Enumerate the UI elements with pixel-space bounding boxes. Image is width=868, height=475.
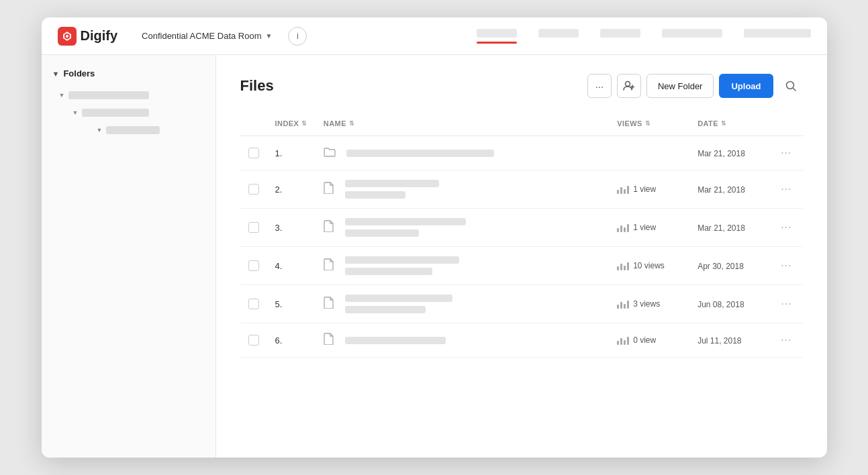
table-header: INDEX ⇅ NAME ⇅ VIEWS: [240, 114, 803, 136]
th-views[interactable]: VIEWS ⇅: [609, 114, 689, 136]
file-date: Apr 30, 2018: [697, 262, 744, 271]
project-selector[interactable]: Confidential ACME Data Room ▼: [136, 28, 277, 44]
digify-logo-icon: [58, 27, 77, 46]
svg-point-3: [625, 82, 630, 87]
tree-item-1-label: [68, 91, 149, 99]
nav-item-2[interactable]: [538, 29, 579, 44]
search-button[interactable]: [779, 74, 803, 98]
table-row: 1. Mar 21, 2018···: [240, 136, 803, 170]
more-options-icon: ···: [595, 81, 604, 92]
date-sort-icon: ⇅: [721, 120, 726, 127]
main-layout: ▼ Folders ▼ ▼ ▼: [42, 55, 827, 458]
project-name: Confidential ACME Data Room: [142, 31, 261, 41]
header-actions: ··· New Folder Upload: [587, 74, 803, 98]
nav-active-indicator: [477, 42, 517, 44]
views-count: 0 view: [633, 335, 656, 345]
file-name-cell[interactable]: [324, 180, 601, 199]
name-sort[interactable]: NAME ⇅: [324, 119, 355, 127]
row-checkbox[interactable]: [248, 222, 259, 233]
content-header: Files ··· New Folder Upload: [240, 74, 803, 98]
views-chart-icon: [617, 223, 629, 232]
row-checkbox[interactable]: [248, 260, 259, 271]
row-more-button[interactable]: ···: [778, 146, 794, 160]
table-body: 1. Mar 21, 2018···2. 1 viewMar 21, 2018·…: [240, 136, 803, 358]
file-name-cell[interactable]: [324, 218, 601, 237]
th-index[interactable]: INDEX ⇅: [267, 114, 316, 136]
tree-item-2[interactable]: ▼: [62, 104, 215, 121]
views-chart-icon: [617, 335, 629, 345]
nav-item-5[interactable]: [744, 29, 811, 44]
search-icon: [785, 80, 797, 92]
nav-item-3-label: [600, 29, 640, 38]
row-checkbox[interactable]: [248, 335, 259, 346]
tree-item-2-label: [82, 109, 149, 117]
row-more-button[interactable]: ···: [778, 220, 794, 235]
row-index: 4.: [275, 261, 283, 271]
row-more-button[interactable]: ···: [778, 297, 794, 311]
nav-items: [477, 29, 811, 44]
nav-item-3[interactable]: [600, 29, 640, 44]
views-count: 10 views: [633, 261, 665, 270]
file-name-placeholder: [346, 150, 494, 157]
row-index: 6.: [275, 335, 283, 346]
row-checkbox[interactable]: [248, 184, 259, 195]
file-icon: [324, 297, 334, 311]
row-checkbox[interactable]: [248, 148, 259, 158]
row-index: 2.: [275, 184, 283, 195]
file-date: Jul 11, 2018: [697, 336, 741, 346]
file-icon: [324, 333, 334, 348]
views-cell: 1 view: [617, 223, 681, 232]
th-name[interactable]: NAME ⇅: [316, 114, 609, 136]
folder-icon: [324, 146, 336, 160]
file-date: Mar 21, 2018: [697, 149, 745, 158]
more-options-button[interactable]: ···: [587, 74, 612, 98]
tree-item-1[interactable]: ▼: [48, 87, 215, 104]
row-checkbox[interactable]: [248, 299, 259, 309]
index-sort[interactable]: INDEX ⇅: [275, 119, 307, 127]
tree-item-3-label: [106, 126, 160, 134]
file-name-cell[interactable]: [324, 295, 601, 313]
file-name-cell[interactable]: [324, 333, 601, 348]
nav-item-1[interactable]: [477, 29, 517, 44]
files-table: INDEX ⇅ NAME ⇅ VIEWS: [240, 114, 803, 358]
views-count: 3 views: [633, 299, 660, 309]
top-nav: Digify Confidential ACME Data Room ▼ i: [42, 17, 827, 55]
tree-chevron-1-icon: ▼: [59, 92, 65, 99]
table-row: 5. 3 viewsJun 08, 2018···: [240, 285, 803, 323]
app-name: Digify: [81, 28, 118, 44]
new-folder-button[interactable]: New Folder: [646, 74, 714, 98]
tree-sub-1: ▼ ▼: [48, 104, 215, 139]
date-sort[interactable]: DATE ⇅: [697, 119, 726, 127]
views-count: 1 view: [633, 223, 656, 232]
svg-point-2: [66, 35, 68, 38]
row-more-button[interactable]: ···: [778, 258, 794, 273]
th-date[interactable]: DATE ⇅: [689, 114, 770, 136]
file-name-cell[interactable]: [324, 256, 601, 275]
file-name-placeholder: [345, 218, 466, 237]
folders-header: ▼ Folders: [42, 68, 215, 87]
folders-chevron-icon: ▼: [52, 70, 60, 78]
info-button[interactable]: i: [288, 27, 307, 46]
row-more-button[interactable]: ···: [778, 333, 794, 348]
file-name-placeholder: [345, 337, 446, 344]
views-chart-icon: [617, 184, 629, 194]
tree-item-3[interactable]: ▼: [86, 121, 215, 139]
file-icon: [324, 258, 334, 273]
svg-point-4: [786, 82, 793, 89]
views-cell: 10 views: [617, 261, 681, 270]
views-sort[interactable]: VIEWS ⇅: [617, 119, 650, 127]
table-header-row: INDEX ⇅ NAME ⇅ VIEWS: [240, 114, 803, 136]
upload-button[interactable]: Upload: [719, 74, 773, 98]
file-icon: [324, 220, 334, 235]
row-more-button[interactable]: ···: [778, 182, 794, 197]
views-cell: 0 view: [617, 335, 681, 345]
nav-item-4[interactable]: [662, 29, 722, 44]
project-chevron-icon: ▼: [266, 32, 273, 40]
th-actions: [770, 114, 802, 136]
file-name-cell[interactable]: [324, 146, 601, 160]
main-content: Files ··· New Folder Upload: [216, 55, 827, 458]
views-cell: 3 views: [617, 299, 681, 309]
table-row: 2. 1 viewMar 21, 2018···: [240, 170, 803, 209]
add-user-button[interactable]: [617, 74, 641, 98]
th-check: [240, 114, 267, 136]
